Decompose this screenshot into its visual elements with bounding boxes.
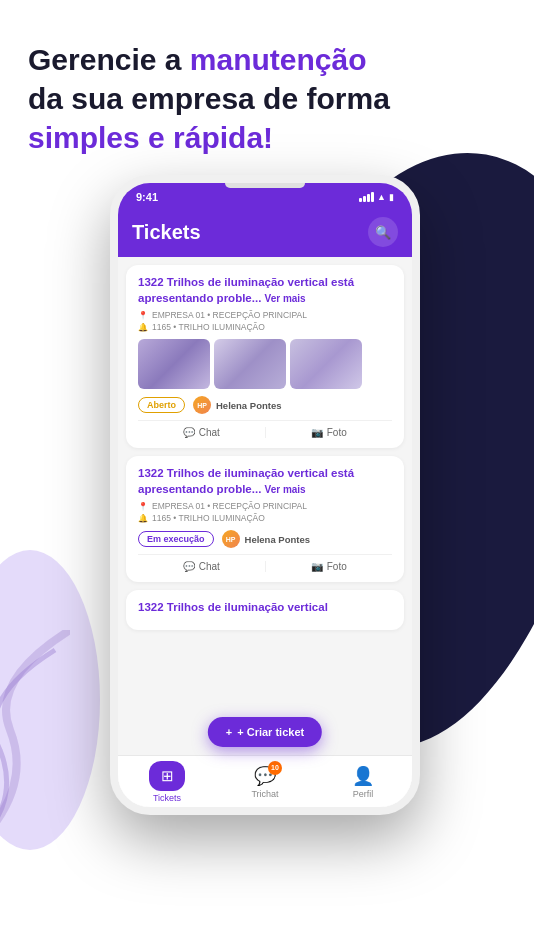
nav-tickets[interactable]: ⊞ Tickets xyxy=(118,761,216,803)
battery-icon: ▮ xyxy=(389,192,394,202)
track-icon: 🔔 xyxy=(138,323,148,332)
search-icon: 🔍 xyxy=(375,225,391,240)
chat-label-1: Chat xyxy=(199,427,220,438)
foto-label-2: Foto xyxy=(327,561,347,572)
headline-line3: simples e rápida! xyxy=(28,121,273,154)
location-icon-2: 📍 xyxy=(138,502,148,511)
ticket-card-3[interactable]: 1322 Trilhos de iluminação vertical xyxy=(126,590,404,630)
status-badge-execucao: Em execução xyxy=(138,531,214,547)
phone-mockup: 9:41 ▲ ▮ Tickets 🔍 xyxy=(110,175,420,815)
app-header: Tickets 🔍 xyxy=(118,209,412,257)
left-accent-svg xyxy=(0,630,70,830)
trichat-badge: 10 xyxy=(268,761,282,775)
phone-notch xyxy=(225,183,305,188)
ticket-2-track: 🔔 1165 • TRILHO ILUMINAÇÃO xyxy=(138,513,392,523)
ticket-2-actions: 💬 Chat 📷 Foto xyxy=(138,554,392,572)
ver-mais-link-1[interactable]: Ver mais xyxy=(265,293,306,304)
nav-perfil[interactable]: 👤 Perfil xyxy=(314,765,412,799)
fab-plus-icon: + xyxy=(226,726,232,738)
headline-line2: da sua empresa de forma xyxy=(28,82,390,115)
headline: Gerencie a manutenção da sua empresa de … xyxy=(28,40,506,157)
ticket-2-title-wrap: 1322 Trilhos de iluminação vertical está… xyxy=(138,466,392,497)
nav-tickets-label: Tickets xyxy=(153,793,181,803)
tickets-area[interactable]: 1322 Trilhos de iluminação vertical está… xyxy=(118,257,412,749)
ticket-card-2[interactable]: 1322 Trilhos de iluminação vertical está… xyxy=(126,456,404,582)
chat-button-2[interactable]: 💬 Chat xyxy=(138,561,265,572)
ticket-card[interactable]: 1322 Trilhos de iluminação vertical está… xyxy=(126,265,404,448)
thumb-2 xyxy=(214,339,286,389)
nav-trichat[interactable]: 💬 10 Trichat xyxy=(216,765,314,799)
foto-button-1[interactable]: 📷 Foto xyxy=(265,427,393,438)
chat-button-1[interactable]: 💬 Chat xyxy=(138,427,265,438)
status-badge-aberto: Aberto xyxy=(138,397,185,413)
headline-line1-highlight: manutenção xyxy=(190,43,367,76)
ticket-1-images xyxy=(138,339,392,389)
fab-label: + Criar ticket xyxy=(237,726,304,738)
search-button[interactable]: 🔍 xyxy=(368,217,398,247)
ticket-1-track: 🔔 1165 • TRILHO ILUMINAÇÃO xyxy=(138,322,392,332)
avatar-1: HP xyxy=(193,396,211,414)
avatar-2: HP xyxy=(222,530,240,548)
chat-icon: 💬 xyxy=(183,427,195,438)
trichat-icon-wrap: 💬 10 xyxy=(254,765,276,787)
tickets-icon: ⊞ xyxy=(161,767,174,785)
nav-tickets-bg: ⊞ xyxy=(149,761,185,791)
ticket-2-title: 1322 Trilhos de iluminação vertical está… xyxy=(138,467,354,495)
ticket-2-company: 📍 EMPRESA 01 • RECEPÇÃO PRINCIPAL xyxy=(138,501,392,511)
headline-line1-normal: Gerencie a xyxy=(28,43,190,76)
ver-mais-link-2[interactable]: Ver mais xyxy=(265,484,306,495)
status-time: 9:41 xyxy=(136,191,158,203)
signal-icon xyxy=(359,192,374,202)
foto-label-1: Foto xyxy=(327,427,347,438)
assignee-2: HP Helena Pontes xyxy=(222,530,310,548)
nav-perfil-label: Perfil xyxy=(353,789,374,799)
ticket-2-tags: Em execução HP Helena Pontes xyxy=(138,530,392,548)
location-icon: 📍 xyxy=(138,311,148,320)
nav-trichat-label: Trichat xyxy=(251,789,278,799)
ticket-1-title: 1322 Trilhos de iluminação vertical está… xyxy=(138,276,354,304)
assignee-2-name: Helena Pontes xyxy=(245,534,310,545)
thumb-3 xyxy=(290,339,362,389)
header-section: Gerencie a manutenção da sua empresa de … xyxy=(0,0,534,177)
wifi-icon: ▲ xyxy=(377,192,386,202)
thumb-1 xyxy=(138,339,210,389)
phone-inner: 9:41 ▲ ▮ Tickets 🔍 xyxy=(118,183,412,807)
foto-button-2[interactable]: 📷 Foto xyxy=(265,561,393,572)
criar-ticket-fab[interactable]: + + Criar ticket xyxy=(208,717,322,747)
status-icons: ▲ ▮ xyxy=(359,192,394,202)
ticket-3-title: 1322 Trilhos de iluminação vertical xyxy=(138,600,392,616)
assignee-1: HP Helena Pontes xyxy=(193,396,281,414)
track-icon-2: 🔔 xyxy=(138,514,148,523)
phone-frame: 9:41 ▲ ▮ Tickets 🔍 xyxy=(110,175,420,815)
chat-icon-2: 💬 xyxy=(183,561,195,572)
ticket-1-actions: 💬 Chat 📷 Foto xyxy=(138,420,392,438)
perfil-icon: 👤 xyxy=(352,765,374,787)
assignee-1-name: Helena Pontes xyxy=(216,400,281,411)
ticket-1-company: 📍 EMPRESA 01 • RECEPÇÃO PRINCIPAL xyxy=(138,310,392,320)
ticket-1-tags: Aberto HP Helena Pontes xyxy=(138,396,392,414)
bottom-nav: ⊞ Tickets 💬 10 Trichat 👤 Perfil xyxy=(118,755,412,807)
camera-icon-2: 📷 xyxy=(311,561,323,572)
ticket-title: 1322 Trilhos de iluminação vertical está… xyxy=(138,275,392,306)
camera-icon: 📷 xyxy=(311,427,323,438)
app-title: Tickets xyxy=(132,221,201,244)
chat-label-2: Chat xyxy=(199,561,220,572)
